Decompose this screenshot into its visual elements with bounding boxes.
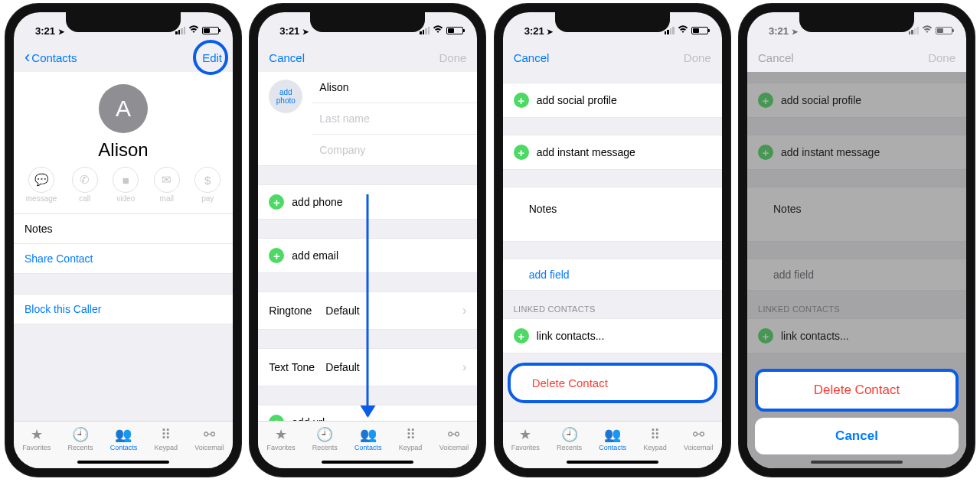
phone-3: 3:21 ➤ Cancel Done +add social profile +… [494, 3, 731, 477]
nav-bar: Cancel Done [503, 43, 722, 72]
plus-icon: + [514, 145, 529, 160]
back-label: Contacts [31, 51, 77, 64]
tab-keypad[interactable]: ⠿Keypad [155, 426, 178, 451]
notes-label: Notes [529, 203, 557, 215]
tab-voicemail[interactable]: ⚯Voicemail [439, 426, 469, 451]
texttone-value: Default [325, 361, 359, 373]
share-contact-row[interactable]: Share Contact [14, 244, 233, 274]
delete-contact-button[interactable]: Delete Contact [755, 369, 959, 412]
notes-field[interactable]: Notes [503, 187, 722, 242]
done-button: Done [928, 51, 956, 64]
status-time: 3:21 [279, 25, 299, 37]
message-action[interactable]: 💬message [26, 167, 57, 203]
tab-label: Voicemail [194, 444, 224, 451]
video-icon: ■ [113, 167, 139, 193]
link-contacts-label: link contacts... [537, 330, 605, 342]
tab-contacts[interactable]: 👥Contacts [354, 426, 382, 451]
texttone-label: Text Tone [269, 361, 318, 373]
cancel-sheet-button[interactable]: Cancel [755, 418, 959, 454]
pay-label: pay [201, 194, 214, 203]
lastname-field[interactable]: Last name [312, 103, 477, 135]
action-sheet: Delete Contact Cancel [755, 363, 959, 454]
tab-label: Keypad [643, 444, 667, 451]
tab-favorites[interactable]: ★Favorites [511, 426, 540, 451]
plus-icon: + [514, 328, 529, 344]
wifi-icon [922, 25, 933, 36]
status-time: 3:21 [35, 25, 55, 37]
pay-action[interactable]: $pay [194, 167, 220, 203]
call-action[interactable]: ✆call [72, 167, 98, 203]
contact-name: Alison [14, 139, 233, 161]
done-button[interactable]: Done [684, 51, 711, 64]
add-phone-label: add phone [292, 196, 342, 208]
call-label: call [79, 194, 90, 203]
link-contacts-row[interactable]: +link contacts... [503, 318, 722, 353]
tab-label: Keypad [155, 444, 178, 451]
add-email-label: add email [292, 249, 338, 262]
cancel-button: Cancel [758, 51, 794, 64]
home-indicator[interactable] [77, 461, 169, 464]
voicemail-icon: ⚯ [204, 426, 215, 443]
tab-voicemail[interactable]: ⚯Voicemail [194, 426, 224, 451]
voicemail-icon: ⚯ [693, 426, 704, 443]
done-button[interactable]: Done [439, 51, 466, 64]
cancel-button[interactable]: Cancel [514, 51, 550, 64]
back-button[interactable]: ‹Contacts [24, 49, 77, 66]
ringtone-label: Ringtone [269, 305, 318, 317]
add-field-row[interactable]: add field [503, 259, 722, 291]
mail-action[interactable]: ✉mail [154, 167, 180, 203]
tab-label: Recents [67, 444, 93, 451]
lastname-placeholder: Last name [319, 112, 369, 125]
location-icon: ➤ [547, 28, 553, 36]
clock-icon: 🕘 [72, 426, 89, 443]
tab-keypad[interactable]: ⠿Keypad [643, 426, 667, 451]
add-url-label: add url [292, 416, 325, 421]
cancel-button[interactable]: Cancel [269, 51, 305, 64]
tab-recents[interactable]: 🕘Recents [67, 426, 93, 451]
wifi-icon [433, 25, 443, 36]
tab-favorites[interactable]: ★Favorites [22, 426, 51, 451]
plus-icon: + [269, 415, 284, 421]
notes-row[interactable]: Notes [14, 214, 233, 244]
phone-1: 3:21 ➤ ‹Contacts Edit A Alison 💬message … [5, 3, 242, 477]
block-caller-row[interactable]: Block this Caller [14, 294, 233, 324]
nav-bar: Cancel Done [747, 43, 966, 72]
message-label: message [26, 194, 57, 203]
delete-contact-row[interactable]: Delete Contact [508, 363, 717, 403]
battery-icon [691, 27, 708, 34]
add-photo-l1: add [279, 88, 292, 96]
phone-2: 3:21 ➤ Cancel Done addphoto Alison Last … [249, 3, 486, 477]
home-indicator[interactable] [322, 461, 413, 464]
keypad-icon: ⠿ [161, 426, 171, 443]
add-social-label: add social profile [537, 94, 617, 106]
tab-label: Contacts [110, 444, 138, 451]
linked-contacts-header: LINKED CONTACTS [503, 291, 722, 318]
add-im-row[interactable]: +add instant message [503, 135, 722, 170]
contacts-icon: 👥 [360, 426, 377, 443]
phone-icon: ✆ [72, 167, 98, 193]
firstname-field[interactable]: Alison [312, 72, 477, 103]
tab-label: Favorites [511, 444, 540, 451]
tab-favorites[interactable]: ★Favorites [266, 426, 295, 451]
add-social-row[interactable]: +add social profile [503, 83, 722, 118]
notch [310, 12, 425, 32]
company-field[interactable]: Company [312, 135, 477, 165]
add-photo-button[interactable]: addphoto [269, 80, 302, 113]
star-icon: ★ [519, 426, 531, 443]
battery-icon [446, 27, 463, 34]
tab-recents[interactable]: 🕘Recents [312, 426, 338, 451]
home-indicator[interactable] [567, 461, 658, 464]
keypad-icon: ⠿ [650, 426, 660, 443]
keypad-icon: ⠿ [406, 426, 416, 443]
tab-contacts[interactable]: 👥Contacts [110, 426, 138, 451]
tab-recents[interactable]: 🕘Recents [557, 426, 582, 451]
edit-button[interactable]: Edit [202, 51, 222, 64]
video-action[interactable]: ■video [113, 167, 139, 203]
tab-keypad[interactable]: ⠿Keypad [399, 426, 423, 451]
nav-bar: ‹Contacts Edit [14, 43, 233, 72]
add-field-label: add field [529, 269, 570, 281]
tab-label: Recents [312, 444, 338, 451]
tab-voicemail[interactable]: ⚯Voicemail [684, 426, 714, 451]
wifi-icon [188, 25, 199, 36]
tab-contacts[interactable]: 👥Contacts [599, 426, 626, 451]
